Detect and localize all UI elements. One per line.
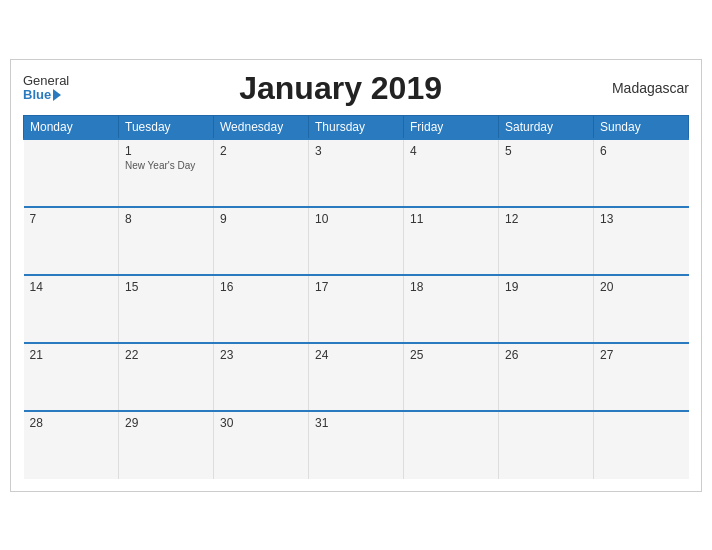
calendar-cell: 2: [214, 139, 309, 207]
day-number: 25: [410, 348, 492, 362]
day-number: 15: [125, 280, 207, 294]
calendar-cell: 10: [309, 207, 404, 275]
calendar-cell: 1New Year's Day: [119, 139, 214, 207]
day-number: 20: [600, 280, 683, 294]
calendar-cell: 30: [214, 411, 309, 479]
calendar-cell: 8: [119, 207, 214, 275]
calendar-week-row: 14151617181920: [24, 275, 689, 343]
calendar-cell: 25: [404, 343, 499, 411]
calendar-cell: 28: [24, 411, 119, 479]
calendar-cell: [499, 411, 594, 479]
calendar-cell: 12: [499, 207, 594, 275]
day-number: 10: [315, 212, 397, 226]
calendar-cell: 11: [404, 207, 499, 275]
calendar-cell: 9: [214, 207, 309, 275]
logo-general-text: General: [23, 74, 69, 88]
day-number: 30: [220, 416, 302, 430]
day-number: 19: [505, 280, 587, 294]
calendar-cell: 23: [214, 343, 309, 411]
day-number: 8: [125, 212, 207, 226]
calendar-cell: 4: [404, 139, 499, 207]
weekday-header-tuesday: Tuesday: [119, 115, 214, 139]
day-number: 29: [125, 416, 207, 430]
calendar-grid: MondayTuesdayWednesdayThursdayFridaySatu…: [23, 115, 689, 479]
day-number: 31: [315, 416, 397, 430]
calendar-cell: 20: [594, 275, 689, 343]
day-number: 7: [30, 212, 113, 226]
weekday-header-monday: Monday: [24, 115, 119, 139]
calendar-cell: 18: [404, 275, 499, 343]
calendar-cell: 22: [119, 343, 214, 411]
day-number: 2: [220, 144, 302, 158]
calendar-cell: 14: [24, 275, 119, 343]
day-number: 1: [125, 144, 207, 158]
calendar-header: General Blue January 2019 Madagascar: [23, 70, 689, 107]
calendar-cell: 21: [24, 343, 119, 411]
calendar-cell: [24, 139, 119, 207]
day-number: 6: [600, 144, 683, 158]
logo: General Blue: [23, 74, 69, 103]
day-number: 27: [600, 348, 683, 362]
calendar-cell: 16: [214, 275, 309, 343]
holiday-label: New Year's Day: [125, 160, 207, 171]
day-number: 5: [505, 144, 587, 158]
calendar-cell: [404, 411, 499, 479]
calendar-cell: 7: [24, 207, 119, 275]
day-number: 23: [220, 348, 302, 362]
calendar-week-row: 78910111213: [24, 207, 689, 275]
logo-blue-text: Blue: [23, 88, 51, 102]
logo-triangle-icon: [53, 89, 61, 101]
calendar-week-row: 21222324252627: [24, 343, 689, 411]
day-number: 14: [30, 280, 113, 294]
weekday-header-thursday: Thursday: [309, 115, 404, 139]
day-number: 18: [410, 280, 492, 294]
calendar-cell: 29: [119, 411, 214, 479]
calendar-cell: 15: [119, 275, 214, 343]
calendar-cell: 24: [309, 343, 404, 411]
calendar-cell: 3: [309, 139, 404, 207]
day-number: 4: [410, 144, 492, 158]
day-number: 11: [410, 212, 492, 226]
day-number: 16: [220, 280, 302, 294]
calendar-cell: 13: [594, 207, 689, 275]
calendar-cell: 5: [499, 139, 594, 207]
calendar-cell: 31: [309, 411, 404, 479]
weekday-header-row: MondayTuesdayWednesdayThursdayFridaySatu…: [24, 115, 689, 139]
calendar-cell: 6: [594, 139, 689, 207]
day-number: 28: [30, 416, 113, 430]
day-number: 21: [30, 348, 113, 362]
calendar-country: Madagascar: [612, 80, 689, 96]
calendar-cell: 17: [309, 275, 404, 343]
day-number: 13: [600, 212, 683, 226]
calendar-cell: 27: [594, 343, 689, 411]
day-number: 9: [220, 212, 302, 226]
calendar-cell: [594, 411, 689, 479]
day-number: 12: [505, 212, 587, 226]
calendar-week-row: 28293031: [24, 411, 689, 479]
day-number: 3: [315, 144, 397, 158]
calendar-title: January 2019: [239, 70, 442, 107]
day-number: 22: [125, 348, 207, 362]
calendar-cell: 26: [499, 343, 594, 411]
day-number: 26: [505, 348, 587, 362]
calendar-week-row: 1New Year's Day23456: [24, 139, 689, 207]
weekday-header-wednesday: Wednesday: [214, 115, 309, 139]
calendar-container: General Blue January 2019 Madagascar Mon…: [10, 59, 702, 492]
weekday-header-saturday: Saturday: [499, 115, 594, 139]
weekday-header-sunday: Sunday: [594, 115, 689, 139]
calendar-cell: 19: [499, 275, 594, 343]
day-number: 24: [315, 348, 397, 362]
weekday-header-friday: Friday: [404, 115, 499, 139]
day-number: 17: [315, 280, 397, 294]
